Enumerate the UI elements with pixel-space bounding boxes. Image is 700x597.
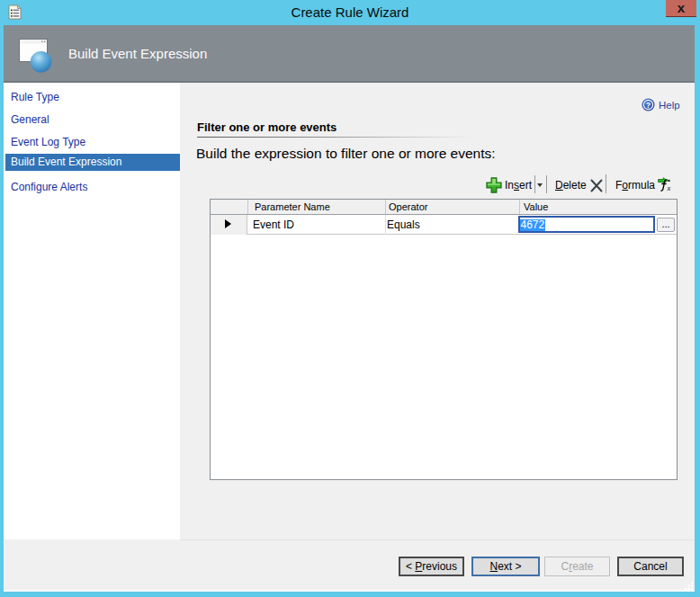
- svg-text:?: ?: [646, 101, 651, 110]
- svg-text:x: x: [667, 183, 671, 192]
